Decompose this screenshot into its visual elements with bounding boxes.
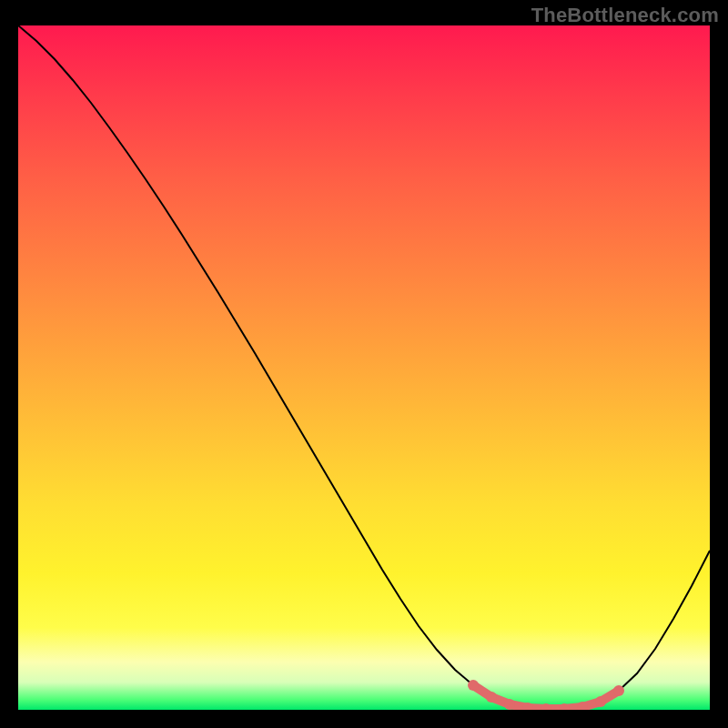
optimal-zone-dot xyxy=(595,696,606,707)
optimal-zone-dot xyxy=(504,699,515,710)
chart-frame: TheBottleneck.com xyxy=(0,0,728,728)
optimal-zone-dot xyxy=(468,680,479,691)
watermark-text: TheBottleneck.com xyxy=(531,4,719,27)
optimal-zone-highlight xyxy=(468,680,624,710)
bottleneck-curve-line xyxy=(18,25,710,709)
optimal-zone-dot xyxy=(613,685,624,696)
optimal-zone-dot xyxy=(486,692,497,703)
bottleneck-curve-svg xyxy=(18,25,710,710)
